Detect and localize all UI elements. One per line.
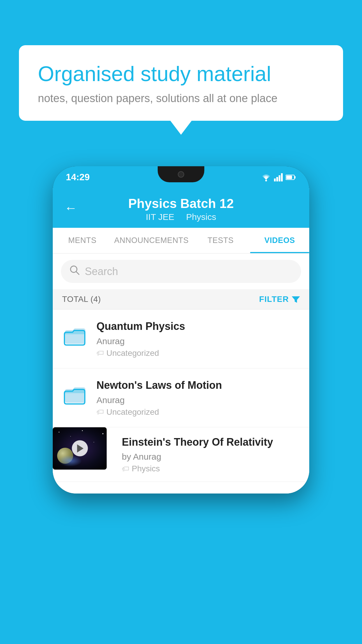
video-tag: 🏷 Physics [122, 464, 302, 473]
phone-frame: 14:29 [53, 166, 309, 494]
video-info: Newton's Laws of Motion Anurag 🏷 Uncateg… [96, 379, 300, 417]
tag-icon: 🏷 [122, 464, 129, 473]
video-list: Quantum Physics Anurag 🏷 Uncategorized [53, 309, 309, 482]
search-bar-container: Search [53, 253, 309, 289]
filter-bar: TOTAL (4) FILTER [53, 289, 309, 309]
svg-line-9 [76, 272, 79, 274]
folder-icon [62, 322, 88, 348]
play-button[interactable] [72, 440, 88, 456]
folder-icon [62, 381, 88, 407]
status-bar: 14:29 [53, 166, 309, 188]
wifi-icon [261, 173, 271, 181]
bubble-title: Organised study material [38, 61, 324, 86]
list-item[interactable]: Quantum Physics Anurag 🏷 Uncategorized [53, 309, 309, 368]
bubble-subtitle: notes, question papers, solutions all at… [38, 92, 324, 105]
tabs-bar: MENTS ANNOUNCEMENTS TESTS VIDEOS [53, 228, 309, 253]
video-tag: 🏷 Uncategorized [96, 349, 300, 358]
filter-button[interactable]: FILTER [259, 295, 300, 304]
svg-point-8 [71, 266, 77, 272]
svg-rect-2 [276, 177, 278, 181]
phone-screen: ← Physics Batch 12 IIT JEE Physics MENTS… [53, 188, 309, 494]
status-time: 14:29 [66, 172, 90, 183]
list-item[interactable]: Einstein's Theory Of Relativity by Anura… [53, 427, 309, 482]
svg-rect-4 [281, 173, 283, 181]
video-title: Quantum Physics [96, 320, 300, 333]
filter-icon [292, 295, 300, 303]
svg-rect-3 [279, 175, 280, 181]
svg-rect-1 [274, 178, 276, 181]
svg-point-0 [265, 180, 267, 181]
header-title: Physics Batch 12 [64, 196, 298, 211]
total-count: TOTAL (4) [62, 295, 101, 304]
play-triangle-icon [77, 444, 84, 452]
phone-container: 14:29 [53, 166, 309, 494]
video-info: Einstein's Theory Of Relativity by Anura… [115, 427, 309, 482]
camera [178, 171, 184, 178]
tab-ments[interactable]: MENTS [53, 228, 112, 253]
tag-label: Physics [132, 464, 160, 473]
back-button[interactable]: ← [64, 201, 77, 215]
tag-label: Uncategorized [106, 349, 159, 358]
notch [158, 166, 204, 182]
speech-bubble: Organised study material notes, question… [19, 45, 343, 121]
filter-label: FILTER [259, 295, 289, 304]
app-header: ← Physics Batch 12 IIT JEE Physics [53, 188, 309, 228]
header-subtitle: IIT JEE Physics [64, 212, 298, 222]
svg-rect-7 [286, 176, 292, 179]
battery-icon [286, 174, 296, 181]
search-bar[interactable]: Search [61, 260, 301, 283]
tag-icon: 🏷 [96, 349, 104, 358]
video-info: Quantum Physics Anurag 🏷 Uncategorized [96, 320, 300, 358]
video-author: Anurag [96, 395, 300, 405]
tab-videos[interactable]: VIDEOS [250, 228, 309, 253]
status-icons [261, 173, 296, 181]
search-placeholder: Search [85, 265, 118, 278]
svg-marker-10 [292, 296, 300, 303]
tab-announcements[interactable]: ANNOUNCEMENTS [112, 228, 191, 253]
speech-bubble-container: Organised study material notes, question… [19, 45, 343, 121]
tag-icon: 🏷 [96, 407, 104, 416]
video-title: Einstein's Theory Of Relativity [122, 435, 302, 449]
subtitle-iitjee: IIT JEE [146, 212, 174, 222]
search-icon [70, 265, 80, 278]
tab-tests[interactable]: TESTS [191, 228, 250, 253]
tag-label: Uncategorized [106, 407, 159, 417]
video-title: Newton's Laws of Motion [96, 379, 300, 392]
subtitle-physics: Physics [186, 212, 216, 222]
video-author: Anurag [96, 336, 300, 346]
video-tag: 🏷 Uncategorized [96, 407, 300, 417]
list-item[interactable]: Newton's Laws of Motion Anurag 🏷 Uncateg… [53, 368, 309, 427]
video-author: by Anurag [122, 452, 302, 462]
signal-icon [274, 173, 283, 181]
svg-rect-6 [294, 176, 296, 178]
video-thumbnail [53, 427, 107, 470]
